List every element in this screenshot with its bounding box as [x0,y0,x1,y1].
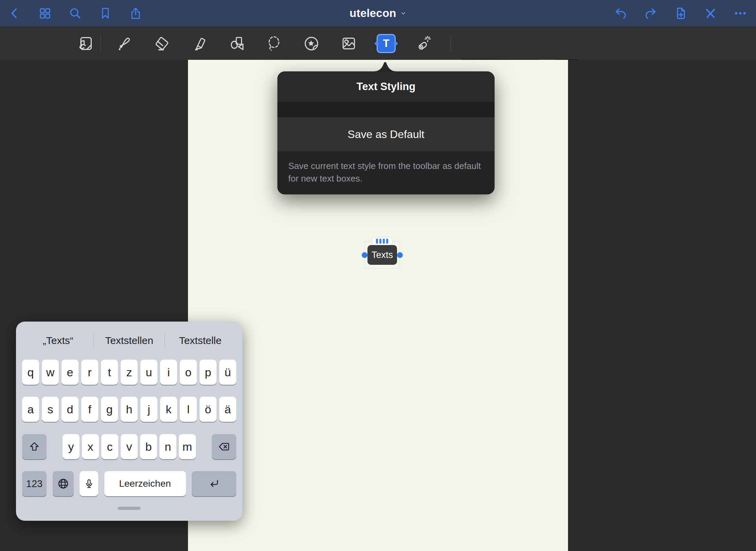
highlighter-tool[interactable] [181,27,218,60]
return-key[interactable] [192,471,236,496]
stickers-tool[interactable] [293,27,330,60]
key-o[interactable]: o [180,360,197,385]
key-ö[interactable]: ö [200,397,217,422]
key-u[interactable]: u [140,360,157,385]
popover-separator [277,102,495,117]
search-button[interactable] [68,6,83,21]
key-d[interactable]: d [62,397,79,422]
key-m[interactable]: m [179,434,196,459]
return-icon [208,478,220,490]
suggestion-bar: „Texts“ Textstellen Textstelle [23,330,236,351]
key-j[interactable]: j [140,397,157,422]
thumbnails-button[interactable] [37,6,52,21]
suggestion-2[interactable]: Textstelle [165,335,236,346]
key-g[interactable]: g [101,397,118,422]
key-q[interactable]: q [22,360,39,385]
key-a[interactable]: a [22,397,39,422]
floating-keyboard: „Texts“ Textstellen Textstelle qwertzuio… [16,322,242,521]
save-as-default-button[interactable]: Save as Default [277,117,495,151]
image-tool[interactable] [330,27,367,60]
keyboard-row-1: qwertzuiopü [22,360,236,385]
key-l[interactable]: l [180,397,197,422]
key-p[interactable]: p [200,360,217,385]
eraser-tool[interactable] [143,27,181,60]
textbox-drag-handle[interactable] [371,237,393,246]
key-b[interactable]: b [140,434,157,459]
popover-description: Save current text style from the toolbar… [277,151,495,194]
topbar-right-buttons [613,0,748,27]
highlighter-icon [191,35,208,52]
more-icon [733,6,748,20]
add-page-icon [673,6,688,20]
bookmark-icon [99,6,112,20]
document-title[interactable]: utelecon [349,0,406,27]
key-v[interactable]: v [121,434,138,459]
dictation-key[interactable] [80,471,98,496]
stickers-icon [303,35,320,52]
numbers-key[interactable]: 123 [22,471,47,496]
key-h[interactable]: h [121,397,138,422]
globe-key[interactable] [53,471,74,496]
key-k[interactable]: k [160,397,177,422]
top-nav-bar: utelecon [0,0,756,27]
share-icon [129,6,142,20]
key-f[interactable]: f [81,397,98,422]
keyboard-row-2: asdfghjklöä [22,397,236,422]
undo-icon [614,6,628,20]
textbox-resize-handle-left[interactable] [362,252,367,258]
add-page-button[interactable] [673,6,688,21]
text-box[interactable]: Texts [367,245,397,265]
key-x[interactable]: x [82,434,99,459]
key-ü[interactable]: ü [219,360,236,385]
space-key[interactable]: Leerzeichen [104,471,186,496]
pen-tool[interactable] [106,27,143,60]
eraser-icon [153,35,170,52]
more-button[interactable] [733,6,748,21]
key-y[interactable]: y [63,434,80,459]
tools-group: T [106,27,442,60]
document-title-label: utelecon [349,7,396,20]
toolbar-divider [450,35,451,52]
key-i[interactable]: i [160,360,177,385]
toolbar-divider [100,35,101,52]
lasso-tool[interactable] [255,27,293,60]
share-button[interactable] [128,6,143,21]
key-s[interactable]: s [42,397,59,422]
text-styling-popover: Text Styling Save as Default Save curren… [277,71,495,194]
scroll-mode-button[interactable] [77,35,94,52]
pen-icon [116,35,133,52]
key-c[interactable]: c [101,434,118,459]
shift-icon [29,441,40,452]
key-ä[interactable]: ä [219,397,236,422]
redo-button[interactable] [643,6,658,21]
mic-icon [84,478,94,489]
shift-key[interactable] [22,434,47,459]
bookmark-button[interactable] [98,6,113,21]
back-icon [8,6,21,20]
backspace-key[interactable] [212,434,236,459]
suggestion-quoted[interactable]: „Texts“ [23,335,93,346]
drag-grip-icon [379,239,381,244]
key-z[interactable]: z [121,360,138,385]
keyboard-row-3: yxcvbnm [22,434,236,459]
tool-bar: T HiraginoSans-... 16 [0,27,756,60]
key-r[interactable]: r [81,360,98,385]
stop-editing-button[interactable] [703,6,718,21]
keyboard-grabber[interactable] [118,507,141,510]
key-n[interactable]: n [159,434,176,459]
key-w[interactable]: w [42,360,59,385]
textbox-resize-handle-right[interactable] [397,252,403,258]
drag-grip-icon [383,239,385,244]
laser-pointer-tool[interactable] [405,27,442,60]
text-tool[interactable]: T [367,27,405,60]
key-t[interactable]: t [101,360,118,385]
drag-grip-icon [386,239,388,244]
suggestion-1[interactable]: Textstellen [94,335,165,346]
undo-button[interactable] [613,6,628,21]
back-button[interactable] [7,6,22,21]
redo-icon [643,6,658,20]
keyboard-row-3-letters: yxcvbnm [63,434,196,459]
stop-editing-icon [703,6,718,20]
key-e[interactable]: e [62,360,79,385]
shapes-tool[interactable] [218,27,255,60]
